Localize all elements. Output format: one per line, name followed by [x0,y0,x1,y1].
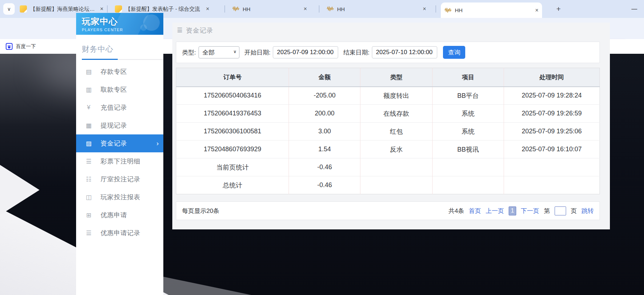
sidebar-menu: ▤ 存款专区 ▥ 取款专区 ¥ 充值记录 ▦ 提现记录 ▨ 资金记录 › ☰ 彩… [76,63,163,242]
type: 在线存款 [360,105,432,123]
tab-4[interactable]: HH × [323,0,430,18]
col-project: 项目 [432,68,504,87]
tab-search-chevron-button[interactable]: ∨ [3,3,15,15]
prev-page-link[interactable]: 上一页 [486,207,504,215]
page-title-bar: ☰ 资金记录 [172,23,610,38]
player-center-sidebar: 玩家中心 PLAYERS CENTER 财务中心 ▤ 存款专区 ▥ 取款专区 ¥… [76,13,163,295]
search-button[interactable]: 查询 [443,46,465,59]
amount: 3.00 [289,123,360,141]
tab-title: HH [243,6,300,12]
table-row-grand-total: 总统计 -0.46 [176,176,600,194]
main-panel: ☰ 资金记录 类型: 全部 ∨ 开始日期: 结束日期: 查询 订单号 金额 类型… [172,23,610,229]
deposit-icon: ▤ [84,68,93,76]
sidebar-item-withdrawal-record[interactable]: ▦ 提现记录 [76,116,163,134]
table-row: 1752048607693929 1.54 反水 BB视讯 2025-07-09… [176,141,600,158]
page-title: 资金记录 [186,26,213,35]
end-date-label: 结束日期: [343,48,369,57]
close-icon[interactable]: × [100,6,103,12]
chevron-right-icon: › [157,139,159,147]
close-icon[interactable]: × [535,7,538,14]
list-icon: ☰ [84,229,93,237]
order-id: 1752060306100581 [176,123,289,141]
first-page-link[interactable]: 首页 [469,207,481,215]
chevron-down-icon: ∨ [7,6,11,12]
sidebar-item-player-bet-report[interactable]: ◫ 玩家投注报表 [76,188,163,206]
sidebar-item-promo-apply[interactable]: ⊞ 优惠申请 [76,206,163,224]
project: BB视讯 [432,141,504,158]
type-label: 类型: [182,48,196,57]
jump-page-input[interactable] [555,206,566,215]
sidebar-item-hall-bet-record[interactable]: ☷ 厅室投注记录 [76,170,163,188]
bookmark-baidu[interactable]: 百度一下 [6,42,36,51]
table-row: 1752060504063416 -205.00 额度转出 BB平台 2025-… [176,87,600,105]
jump-suffix: 页 [571,207,577,215]
filter-bar: 类型: 全部 ∨ 开始日期: 结束日期: 查询 [176,42,600,63]
hh-wave-favicon-icon [444,7,452,14]
withdraw-icon: ▥ [84,86,93,94]
amount: -0.46 [289,176,360,194]
next-page-link[interactable]: 下一页 [521,207,539,215]
start-date-input[interactable] [273,46,338,58]
forum-favicon-icon [20,5,27,13]
type: 反水 [360,141,432,158]
money-bag-icon: ¥ [84,104,93,111]
funds-record-table: 订单号 金额 类型 项目 处理时间 1752060504063416 -205.… [176,68,600,194]
col-order-id: 订单号 [176,68,289,87]
order-id: 1752060504063416 [176,87,289,105]
table-row: 1752060419376453 200.00 在线存款 系统 2025-07-… [176,105,600,123]
tab-3[interactable]: HH × [229,0,311,18]
tab-title: 【新提醒】发表帖子 - 综合交流 [125,6,203,13]
tab-5-active[interactable]: HH × [441,3,542,18]
total-count-text: 共4条 [449,207,464,215]
amount: 1.54 [289,141,360,158]
tab-title: HH [337,6,420,12]
sidebar-item-recharge-record[interactable]: ¥ 充值记录 [76,99,163,116]
bookmark-label: 百度一下 [16,43,36,50]
chart-icon: ◫ [84,194,93,201]
sidebar-item-funds-record[interactable]: ▨ 资金记录 › [76,134,163,152]
stat-label: 当前页统计 [176,158,289,176]
table-header-row: 订单号 金额 类型 项目 处理时间 [176,68,600,87]
amount: -0.46 [289,158,360,176]
funds-icon: ▨ [84,140,93,147]
current-page-badge[interactable]: 1 [509,206,516,215]
tab-separator [224,5,225,13]
amount: -205.00 [289,87,360,105]
sidebar-item-lottery-bet-detail[interactable]: ☰ 彩票下注明细 [76,152,163,170]
col-amount: 金额 [289,68,360,87]
sidebar-item-deposit[interactable]: ▤ 存款专区 [76,63,163,81]
start-date-label: 开始日期: [244,48,271,57]
type: 额度转出 [360,87,432,105]
tab-separator [319,5,319,13]
close-icon[interactable]: × [304,6,307,12]
type-select[interactable]: 全部 [199,46,239,58]
order-id: 1752060419376453 [176,105,289,123]
window-minimize-button[interactable]: — [630,5,639,13]
stat-label: 总统计 [176,176,289,194]
hamburger-icon[interactable]: ☰ [177,27,182,34]
type: 红包 [360,123,432,141]
tab-title: HH [455,7,532,13]
order-id: 1752048607693929 [176,141,289,158]
amount: 200.00 [289,105,360,123]
cards-icon: ▦ [84,122,93,129]
list-grid-icon: ☷ [84,176,93,183]
close-icon[interactable]: × [423,6,426,12]
project: 系统 [432,123,504,141]
project: BB平台 [432,87,504,105]
sidebar-item-withdraw[interactable]: ▥ 取款专区 [76,81,163,99]
ticket-icon: ⊞ [84,211,93,219]
hh-wave-favicon-icon [327,6,334,12]
close-icon[interactable]: × [206,6,209,12]
list-icon: ☰ [84,158,93,165]
end-date-input[interactable] [372,46,437,58]
sidebar-item-promo-apply-record[interactable]: ☰ 优惠申请记录 [76,224,163,242]
project: 系统 [432,105,504,123]
baidu-paw-icon [6,43,13,50]
new-tab-button[interactable]: + [554,4,563,14]
jump-button[interactable]: 跳转 [582,207,594,215]
jump-prefix: 第 [544,207,550,215]
col-type: 类型 [360,68,432,87]
tab-separator [435,5,436,13]
table-row: 1752060306100581 3.00 红包 系统 2025-07-09 1… [176,123,600,141]
